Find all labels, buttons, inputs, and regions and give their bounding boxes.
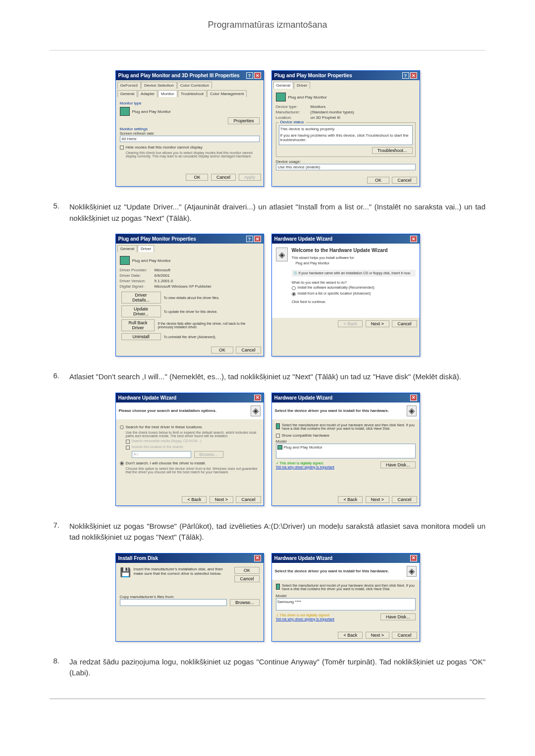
ok-button[interactable]: OK xyxy=(211,347,233,353)
radio-auto[interactable] xyxy=(292,286,296,290)
title-text: Hardware Update Wizard xyxy=(274,555,333,561)
step-number: 8. xyxy=(50,656,69,665)
monitor-name: Plug and Play Monitor xyxy=(132,109,171,114)
close-icon[interactable]: ✕ xyxy=(254,236,261,242)
what-do-label: What do you want the wizard to do? xyxy=(292,281,416,284)
wizard-header: Please choose your search and installati… xyxy=(116,403,264,419)
uninstall-button[interactable]: Uninstall xyxy=(121,333,161,340)
disk-icon: 💾 xyxy=(120,567,131,582)
tell-why-link[interactable]: Tell me why driver signing is important xyxy=(276,465,334,469)
cancel-button[interactable]: Cancel xyxy=(236,496,261,503)
tab-color-mgmt[interactable]: Color Management xyxy=(207,90,247,97)
cancel-button[interactable]: Cancel xyxy=(392,320,417,327)
next-button[interactable]: Next > xyxy=(366,320,389,327)
chk-location xyxy=(126,446,130,450)
back-button[interactable]: < Back xyxy=(338,496,363,503)
tab-monitor[interactable]: Monitor xyxy=(158,90,177,97)
refresh-dropdown[interactable]: 60 Hertz xyxy=(120,136,260,142)
have-disk-button[interactable]: Have Disk... xyxy=(380,613,416,620)
path-dropdown[interactable] xyxy=(120,599,227,606)
back-button: < Back xyxy=(338,320,363,327)
cancel-button[interactable]: Cancel xyxy=(392,632,417,639)
step-text: Noklikšķiniet uz "Update Driver..." (Atj… xyxy=(69,202,485,224)
ok-button[interactable]: OK xyxy=(234,567,259,574)
radio-search[interactable] xyxy=(120,425,124,429)
tab-troubleshoot[interactable]: Troubleshoot xyxy=(178,90,207,97)
step-text: Ja redzat šādu paziņojuma logu, noklikšķ… xyxy=(69,656,485,679)
tab-geforce3[interactable]: GeForce3 xyxy=(117,82,141,89)
tab-driver[interactable]: Driver xyxy=(294,82,310,89)
step-number: 6. xyxy=(50,371,69,380)
dialog-body: ◈ Welcome to the Hardware Update Wizard … xyxy=(272,244,420,318)
model-list[interactable]: Samsung **** xyxy=(276,598,416,610)
cancel-button[interactable]: Cancel xyxy=(211,174,236,181)
tab-adapter[interactable]: Adapter xyxy=(138,90,158,97)
update-driver-button[interactable]: Update Driver... xyxy=(121,305,161,317)
browse-button[interactable]: Browse... xyxy=(230,599,260,606)
back-button[interactable]: < Back xyxy=(338,632,363,639)
cancel-button[interactable]: Cancel xyxy=(392,496,417,503)
title-text: Hardware Update Wizard xyxy=(118,395,177,401)
titlebar: Plug and Play Monitor Properties ?✕ xyxy=(116,234,264,244)
next-button[interactable]: Next > xyxy=(366,632,389,639)
chk-removable xyxy=(126,440,130,444)
tab-general[interactable]: General xyxy=(273,82,293,89)
cancel-button[interactable]: Cancel xyxy=(392,177,417,184)
next-button[interactable]: Next > xyxy=(210,496,233,503)
help-icon[interactable]: ? xyxy=(246,72,253,79)
provider-label: Driver Provider: xyxy=(120,268,155,272)
chk-compat[interactable] xyxy=(276,434,280,438)
close-icon[interactable]: ✕ xyxy=(410,236,417,242)
tab-general[interactable]: General xyxy=(117,90,137,97)
tab-driver[interactable]: Driver xyxy=(138,245,154,252)
cancel-button[interactable]: Cancel xyxy=(234,575,259,582)
troubleshoot-button[interactable]: Troubleshoot... xyxy=(372,147,413,154)
divider xyxy=(50,50,485,50)
dialog-buttons: OK Cancel xyxy=(116,344,264,356)
help-icon[interactable]: ? xyxy=(402,72,409,79)
next-button[interactable]: Next > xyxy=(366,496,389,503)
radio-dont-search[interactable] xyxy=(120,461,124,465)
titlebar: Install From Disk ✕ xyxy=(116,554,264,563)
radio-list[interactable] xyxy=(292,292,296,296)
helps-text: This wizard helps you install software f… xyxy=(292,256,416,259)
driver-details-button[interactable]: Driver Details... xyxy=(121,292,161,303)
monitor-icon xyxy=(276,423,280,429)
properties-button[interactable]: Properties xyxy=(228,117,259,124)
model-list[interactable]: Plug and Play Monitor xyxy=(276,444,416,458)
opt-dont-desc: Choose this option to select the device … xyxy=(126,467,260,474)
dialog-buttons: < Back Next > Cancel xyxy=(116,494,264,505)
details-desc: To view details about the driver files. xyxy=(164,296,219,300)
tab-general[interactable]: General xyxy=(117,245,137,252)
click-next: Click Next to continue. xyxy=(292,300,416,303)
tell-why-link[interactable]: Tell me why driver signing is important xyxy=(276,617,334,621)
close-icon[interactable]: ✕ xyxy=(254,72,261,79)
tab-device-selection[interactable]: Device Selection xyxy=(141,82,177,89)
pnp-driver-dialog: Plug and Play Monitor Properties ?✕ Gene… xyxy=(115,234,264,356)
close-icon[interactable]: ✕ xyxy=(254,395,261,401)
rollback-button[interactable]: Roll Back Driver xyxy=(121,319,155,331)
close-icon[interactable]: ✕ xyxy=(254,555,261,561)
device-name: Plug and Play Monitor xyxy=(132,258,171,263)
page-title: Programmatūras izmantošana xyxy=(50,20,485,30)
titlebar: Hardware Update Wizard ✕ xyxy=(272,554,420,563)
device-usage-dropdown[interactable]: Use this device (enable) xyxy=(276,164,416,170)
step-8: 8. Ja redzat šādu paziņojuma logu, nokli… xyxy=(50,656,485,679)
tab-color-correction[interactable]: Color Correction xyxy=(177,82,212,89)
ok-button[interactable]: OK xyxy=(186,174,208,181)
back-button[interactable]: < Back xyxy=(182,496,207,503)
screenshot-row-2: Plug and Play Monitor Properties ?✕ Gene… xyxy=(50,234,485,356)
step-text: Atlasiet "Don't search ,I will..." (Neme… xyxy=(69,371,485,383)
ok-button[interactable]: OK xyxy=(367,177,389,184)
wizard-header: Select the device driver you want to ins… xyxy=(272,563,420,580)
dialog-buttons: OK Cancel Apply xyxy=(116,171,264,183)
close-icon[interactable]: ✕ xyxy=(410,555,417,561)
cancel-button[interactable]: Cancel xyxy=(236,347,261,353)
close-icon[interactable]: ✕ xyxy=(410,72,417,79)
manufacturer-label: Manufacturer: xyxy=(276,110,311,114)
hide-modes-checkbox[interactable] xyxy=(120,146,124,150)
close-icon[interactable]: ✕ xyxy=(410,395,417,401)
help-icon[interactable]: ? xyxy=(246,236,253,242)
titlebar: Plug and Play Monitor and 3D Prophet III… xyxy=(116,71,264,80)
have-disk-button[interactable]: Have Disk... xyxy=(380,461,416,468)
